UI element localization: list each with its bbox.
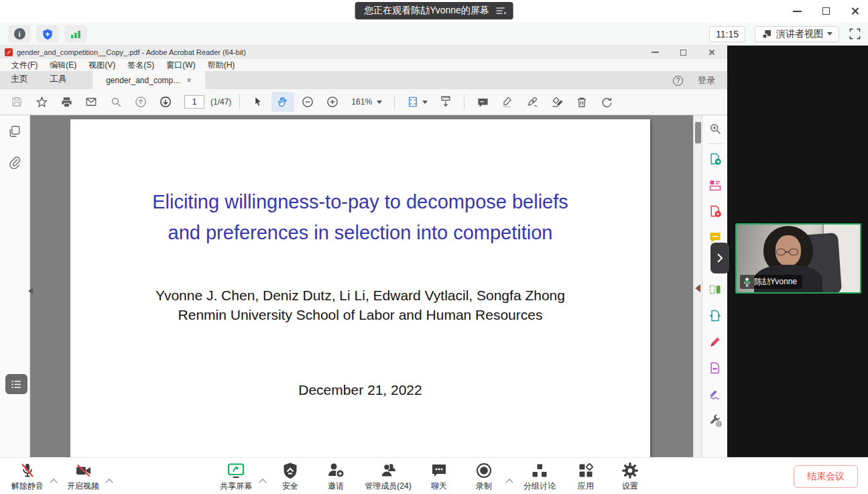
- unmute-button[interactable]: 解除静音: [7, 461, 48, 492]
- search-icon: [708, 122, 722, 135]
- certificates-button[interactable]: [707, 387, 723, 402]
- breakout-rooms-label: 分组讨论: [523, 481, 556, 492]
- organize-pages-icon: [708, 283, 722, 296]
- help-icon[interactable]: ?: [673, 76, 683, 86]
- security-button[interactable]: 安全: [271, 461, 309, 492]
- favorite-button[interactable]: [30, 92, 53, 112]
- slide-title: Eliciting willingness-to-pay to decompos…: [70, 186, 650, 248]
- fill-sign-pen-icon: [708, 335, 722, 349]
- print-button[interactable]: [55, 92, 78, 112]
- menu-help[interactable]: 帮助(H): [202, 60, 241, 71]
- fullscreen-button[interactable]: [849, 27, 861, 40]
- edit-pdf-button[interactable]: [707, 178, 723, 192]
- close-icon[interactable]: [849, 6, 860, 17]
- search-button[interactable]: [105, 92, 127, 112]
- record-options-chevron[interactable]: [507, 478, 513, 484]
- fill-and-sign-button[interactable]: [707, 334, 723, 349]
- floating-list-button[interactable]: [5, 374, 27, 394]
- collapse-left-panel-arrow[interactable]: [28, 288, 33, 294]
- compress-pdf-button[interactable]: [707, 308, 723, 323]
- share-options-chevron[interactable]: [260, 478, 266, 484]
- highlight-tool-button[interactable]: [496, 92, 519, 112]
- page-number-input[interactable]: 1: [184, 95, 204, 109]
- minimize-icon[interactable]: [792, 6, 802, 17]
- next-page-button[interactable]: [154, 92, 177, 112]
- panel-pull-tab[interactable]: [710, 243, 729, 273]
- sign-in-button[interactable]: 登录: [698, 74, 715, 86]
- maximize-icon[interactable]: [820, 6, 831, 17]
- meeting-info-button[interactable]: i: [8, 25, 31, 43]
- tab-home[interactable]: 主页: [0, 70, 39, 89]
- participant-video[interactable]: 陈劼Yvonne: [735, 223, 861, 294]
- plus-circle-icon: [326, 95, 339, 109]
- share-screen-button[interactable]: 共享屏幕: [213, 461, 259, 492]
- breakout-rooms-button[interactable]: 分组讨论: [513, 461, 566, 492]
- tab-document[interactable]: gender_and_comp... ×: [92, 71, 205, 89]
- layout-icon: [761, 29, 772, 40]
- redact-button[interactable]: [707, 361, 723, 375]
- tab-document-label: gender_and_comp...: [106, 76, 180, 85]
- create-pdf-button[interactable]: [707, 204, 723, 219]
- scrolling-mode-button[interactable]: [434, 92, 457, 112]
- zoom-level-dropdown[interactable]: 161%: [346, 97, 387, 107]
- document-viewport[interactable]: Eliciting willingness-to-pay to decompos…: [30, 115, 693, 457]
- delete-pages-button[interactable]: [570, 92, 593, 112]
- end-meeting-button[interactable]: 结束会议: [794, 465, 858, 488]
- menu-view[interactable]: 视图(V): [82, 60, 121, 71]
- more-tools-button[interactable]: [707, 413, 723, 428]
- chat-label: 聊天: [431, 481, 447, 492]
- page-thumbnails-button[interactable]: [8, 125, 21, 141]
- manage-members-button[interactable]: 管理成员(24): [357, 461, 420, 492]
- organize-pages-button[interactable]: [707, 282, 723, 297]
- security-status-button[interactable]: [36, 25, 59, 43]
- arrow-up-circle-icon: [134, 95, 147, 109]
- fit-page-icon: [407, 96, 419, 108]
- apps-label: 应用: [578, 481, 594, 492]
- fit-page-dropdown[interactable]: [401, 92, 432, 112]
- acrobat-close-icon[interactable]: [706, 47, 717, 58]
- previous-page-button[interactable]: [129, 92, 152, 112]
- attachments-button[interactable]: [8, 156, 21, 172]
- comment-tool-button[interactable]: [471, 92, 494, 112]
- sign-tool-button[interactable]: [521, 92, 544, 112]
- scrollbar-thumb[interactable]: [695, 122, 701, 143]
- network-quality-button[interactable]: [64, 25, 87, 43]
- chat-button[interactable]: 聊天: [421, 461, 457, 492]
- marquee-zoom-button[interactable]: [707, 121, 723, 136]
- meeting-window: 您正在观看陈劼Yvonne的屏幕 i 11:15: [0, 0, 868, 494]
- select-tool-button[interactable]: [247, 92, 269, 112]
- tab-close-icon[interactable]: ×: [186, 76, 192, 84]
- tab-tools[interactable]: 工具: [39, 70, 78, 89]
- zoom-out-button[interactable]: [296, 92, 319, 112]
- invite-label: 邀请: [328, 481, 344, 492]
- menu-file[interactable]: 文件(F): [5, 60, 44, 71]
- view-mode-dropdown[interactable]: 演讲者视图: [755, 26, 839, 42]
- export-pdf-button[interactable]: [707, 151, 723, 166]
- rotate-page-button[interactable]: [595, 92, 618, 112]
- signal-bars-icon: [70, 29, 82, 40]
- zoom-in-button[interactable]: [321, 92, 344, 112]
- save-button[interactable]: [5, 92, 28, 112]
- email-button[interactable]: [80, 92, 103, 112]
- acrobat-menubar: 文件(F) 编辑(E) 视图(V) 签名(S) 窗口(W) 帮助(H): [0, 59, 727, 71]
- create-pdf-icon: [708, 204, 722, 218]
- banner-menu-icon[interactable]: [496, 6, 507, 15]
- video-options-chevron[interactable]: [107, 478, 113, 484]
- acrobat-restore-icon[interactable]: [678, 47, 688, 58]
- highlighter-icon: [501, 96, 514, 109]
- stamp-tool-button[interactable]: [546, 92, 568, 112]
- screen-watch-banner[interactable]: 您正在观看陈劼Yvonne的屏幕: [355, 2, 513, 19]
- acrobat-minimize-icon[interactable]: [649, 47, 660, 58]
- audio-options-chevron[interactable]: [51, 478, 57, 484]
- hand-tool-button[interactable]: [271, 92, 294, 112]
- menu-window[interactable]: 窗口(W): [160, 60, 201, 71]
- record-button[interactable]: 录制: [465, 461, 503, 492]
- collapse-panel-arrow[interactable]: [695, 284, 700, 292]
- apps-button[interactable]: 应用: [567, 461, 605, 492]
- settings-button[interactable]: 设置: [611, 461, 649, 492]
- start-video-button[interactable]: 开启视频: [62, 461, 105, 492]
- invite-button[interactable]: 邀请: [317, 461, 355, 492]
- print-icon: [60, 96, 73, 109]
- menu-sign[interactable]: 签名(S): [121, 60, 160, 71]
- menu-edit[interactable]: 编辑(E): [44, 60, 82, 71]
